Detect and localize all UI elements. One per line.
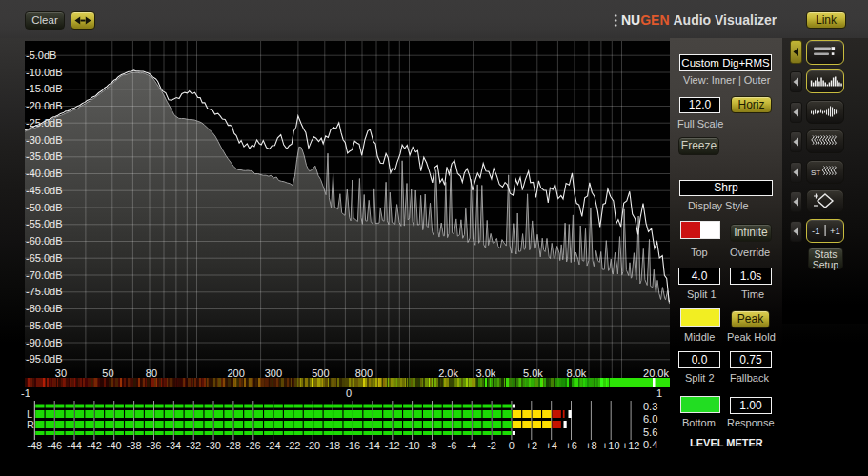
- svg-text:-26: -26: [246, 440, 261, 451]
- svg-text:-75.0dB: -75.0dB: [26, 286, 63, 297]
- svg-text:-2: -2: [487, 440, 496, 451]
- svg-text:-36: -36: [147, 440, 162, 451]
- svg-text:ST: ST: [811, 169, 820, 177]
- svg-text:-60.0dB: -60.0dB: [26, 235, 63, 247]
- svg-text:0: 0: [509, 440, 515, 451]
- svg-text:-30.0dB: -30.0dB: [26, 134, 63, 146]
- svg-text:30: 30: [55, 367, 67, 379]
- svg-text:8.0k: 8.0k: [567, 367, 587, 379]
- svg-text:+12: +12: [622, 440, 640, 451]
- svg-text:-65.0dB: -65.0dB: [26, 252, 63, 264]
- svg-text:-70.0dB: -70.0dB: [26, 269, 63, 281]
- svg-text:-44: -44: [67, 440, 82, 451]
- svg-text:-18: -18: [325, 440, 340, 451]
- svg-text:-8: -8: [428, 440, 437, 451]
- svg-text:-40.0dB: -40.0dB: [26, 168, 63, 179]
- svg-text:5.0k: 5.0k: [523, 367, 543, 379]
- svg-text:800: 800: [355, 367, 373, 379]
- svg-text:-15.0dB: -15.0dB: [26, 83, 63, 94]
- svg-text:2.0k: 2.0k: [438, 367, 458, 379]
- svg-text:-25.0dB: -25.0dB: [26, 117, 63, 129]
- svg-text:-95.0dB: -95.0dB: [26, 353, 63, 365]
- svg-text:-46: -46: [47, 440, 62, 451]
- svg-text:+8: +8: [585, 440, 597, 451]
- svg-text:-1: -1: [812, 226, 819, 236]
- svg-text:-12: -12: [385, 440, 400, 451]
- svg-text:-55.0dB: -55.0dB: [26, 218, 63, 229]
- svg-text:-10.0dB: -10.0dB: [26, 67, 63, 78]
- svg-text:-5.0dB: -5.0dB: [26, 50, 56, 61]
- svg-text:-28: -28: [226, 440, 241, 451]
- svg-text:-4: -4: [467, 440, 476, 451]
- svg-text:-16: -16: [345, 440, 360, 451]
- svg-text:-45.0dB: -45.0dB: [26, 185, 63, 196]
- svg-text:-80.0dB: -80.0dB: [26, 303, 63, 314]
- svg-text:+4: +4: [545, 440, 557, 451]
- svg-text:R: R: [27, 419, 34, 430]
- svg-text:3.0k: 3.0k: [476, 367, 496, 379]
- svg-text:80: 80: [146, 367, 157, 379]
- svg-text:-48: -48: [27, 440, 42, 451]
- svg-text:-40: -40: [107, 440, 122, 451]
- svg-text:-30: -30: [206, 440, 221, 451]
- svg-text:-14: -14: [365, 440, 380, 451]
- svg-text:-50.0dB: -50.0dB: [26, 202, 63, 213]
- svg-text:-85.0dB: -85.0dB: [26, 320, 63, 331]
- svg-text:500: 500: [312, 367, 329, 379]
- svg-text:-35.0dB: -35.0dB: [26, 150, 63, 162]
- svg-text:-34: -34: [166, 440, 181, 451]
- svg-text:-90.0dB: -90.0dB: [26, 337, 63, 348]
- svg-text:-20: -20: [305, 440, 320, 451]
- svg-text:-32: -32: [186, 440, 201, 451]
- svg-text:-42: -42: [87, 440, 102, 451]
- svg-text:+1: +1: [830, 226, 840, 236]
- svg-text:200: 200: [227, 367, 244, 379]
- svg-text:-10: -10: [405, 440, 420, 451]
- svg-text:-22: -22: [286, 440, 301, 451]
- svg-text:-24: -24: [266, 440, 281, 451]
- svg-text:+6: +6: [565, 440, 577, 451]
- svg-text:20.0k: 20.0k: [643, 367, 669, 379]
- svg-text:+2: +2: [526, 440, 538, 451]
- svg-text:-6: -6: [448, 440, 457, 451]
- svg-text:300: 300: [265, 367, 282, 379]
- svg-text:-20.0dB: -20.0dB: [26, 100, 63, 111]
- svg-text:-38: -38: [127, 440, 142, 451]
- svg-text:50: 50: [102, 367, 113, 379]
- svg-text:+10: +10: [602, 440, 620, 451]
